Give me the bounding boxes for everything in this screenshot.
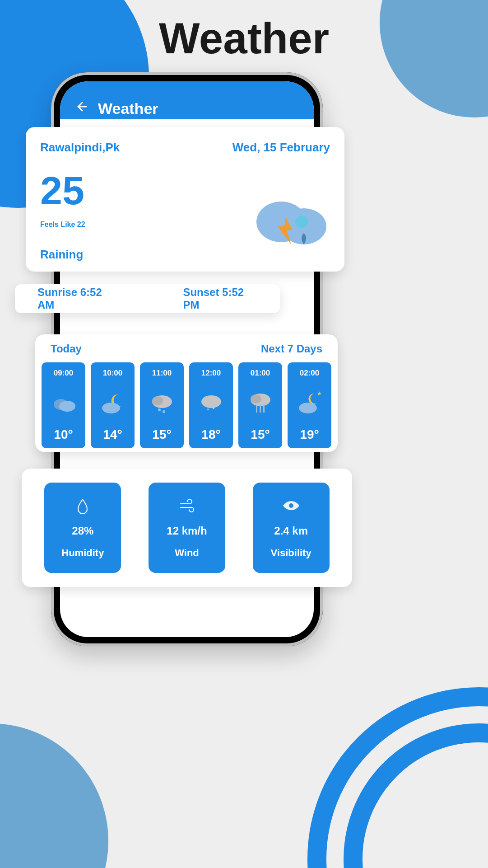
back-arrow-icon[interactable] — [75, 99, 89, 117]
humidity-icon — [74, 497, 92, 515]
sunrise-label: Sunrise 6:52 AM — [37, 286, 115, 311]
stats-card: 28% Humidity 12 km/h Wind 2.4 km Visibil… — [22, 469, 352, 587]
location-label: Rawalpindi,Pk — [40, 141, 120, 155]
svg-rect-16 — [260, 404, 261, 413]
svg-point-19 — [299, 403, 317, 413]
snow-icon: ** — [198, 389, 225, 416]
visibility-icon — [282, 497, 300, 515]
today-tab[interactable]: Today — [51, 343, 82, 355]
cloud-icon — [50, 389, 77, 416]
wind-icon — [178, 497, 196, 515]
svg-point-9 — [163, 410, 165, 413]
hour-temp: 10° — [54, 427, 73, 442]
app-bar-title: Weather — [98, 100, 158, 117]
hourly-cell[interactable]: 11:0015° — [140, 362, 184, 448]
svg-text:*: * — [212, 406, 215, 413]
humidity-label: Humidity — [61, 547, 104, 559]
current-weather-card: Rawalpindi,Pk Wed, 15 February 25 Feels … — [26, 127, 344, 272]
hour-temp: 19° — [300, 427, 319, 442]
storm-cloud-icon — [250, 190, 331, 253]
hourly-cell[interactable]: 02:00★19° — [288, 362, 331, 448]
hour-time: 02:00 — [300, 369, 319, 378]
bg-stripes — [307, 687, 488, 868]
svg-point-14 — [251, 394, 261, 404]
moon-cloud-icon — [99, 389, 126, 416]
moon-cloud-star-icon: ★ — [296, 389, 323, 416]
heavy-rain-icon — [247, 389, 274, 416]
sun-times-card: Sunrise 6:52 AM Sunset 5:52 PM — [15, 284, 280, 313]
wind-label: Wind — [175, 547, 199, 559]
visibility-value: 2.4 km — [274, 525, 308, 537]
hour-temp: 15° — [152, 427, 171, 442]
hour-time: 10:00 — [103, 369, 122, 378]
svg-text:*: * — [207, 407, 209, 414]
svg-text:★: ★ — [317, 390, 322, 397]
hour-time: 12:00 — [201, 369, 221, 378]
hour-temp: 18° — [201, 427, 220, 442]
hour-temp: 15° — [251, 427, 270, 442]
humidity-value: 28% — [72, 525, 93, 537]
hourly-forecast-card: Today Next 7 Days 09:0010°10:0014°11:001… — [35, 334, 338, 452]
next-7-days-link[interactable]: Next 7 Days — [261, 343, 322, 355]
hourly-cell[interactable]: 10:0014° — [91, 362, 135, 448]
svg-point-5 — [102, 403, 120, 413]
svg-point-7 — [152, 396, 163, 405]
svg-point-10 — [201, 395, 221, 408]
page-title: Weather — [0, 14, 488, 63]
hour-time: 01:00 — [251, 369, 270, 378]
svg-rect-17 — [263, 404, 265, 413]
hour-time: 09:00 — [54, 369, 73, 378]
svg-point-2 — [295, 216, 308, 228]
date-label: Wed, 15 February — [232, 141, 330, 155]
sunset-label: Sunset 5:52 PM — [183, 286, 257, 311]
hourly-row[interactable]: 09:0010°10:0014°11:0015°12:00**18°01:001… — [42, 362, 331, 448]
app-bar: Weather — [60, 81, 314, 119]
visibility-label: Visibility — [271, 547, 311, 559]
svg-point-20 — [289, 503, 293, 508]
hour-temp: 14° — [103, 427, 122, 442]
hourly-cell[interactable]: 12:00**18° — [189, 362, 233, 448]
hourly-cell[interactable]: 09:0010° — [42, 362, 85, 448]
hour-time: 11:00 — [152, 369, 172, 378]
svg-rect-15 — [256, 404, 257, 413]
rain-drizzle-icon — [149, 389, 176, 416]
wind-value: 12 km/h — [167, 525, 207, 537]
bg-shape — [0, 723, 108, 868]
visibility-card: 2.4 km Visibility — [253, 483, 330, 573]
svg-point-8 — [158, 408, 161, 411]
hourly-cell[interactable]: 01:0015° — [238, 362, 282, 448]
humidity-card: 28% Humidity — [44, 483, 121, 573]
svg-point-4 — [59, 401, 75, 412]
wind-card: 12 km/h Wind — [149, 483, 225, 573]
